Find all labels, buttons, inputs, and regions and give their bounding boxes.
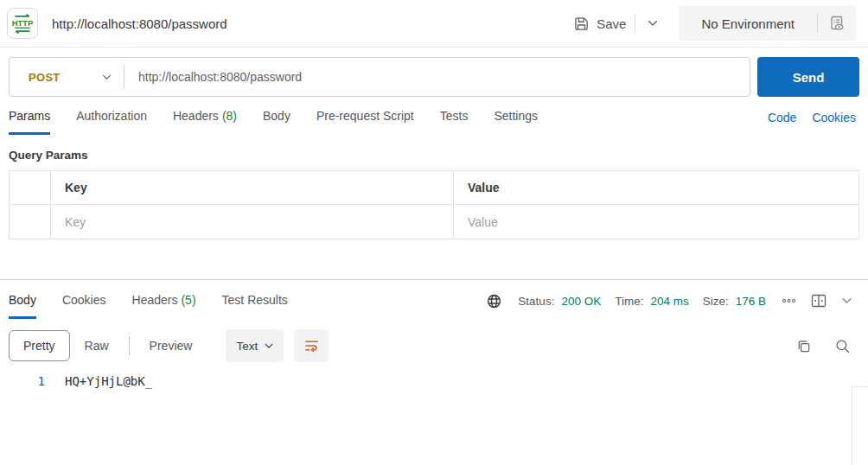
select-column-header [10, 171, 51, 205]
size-label: Size: [703, 295, 729, 308]
row-select-cell[interactable] [10, 205, 51, 239]
save-label: Save [597, 16, 626, 31]
tab-pre-request-script[interactable]: Pre-request Script [316, 109, 414, 135]
raw-view-button[interactable]: Raw [70, 330, 124, 361]
tab-tests[interactable]: Tests [440, 109, 469, 135]
wrap-text-icon[interactable] [294, 329, 329, 362]
tab-settings[interactable]: Settings [494, 109, 538, 135]
method-label: POST [29, 71, 61, 84]
preview-view-button[interactable]: Preview [135, 330, 207, 361]
save-button[interactable]: Save [565, 10, 635, 37]
svg-text:HTTP: HTTP [12, 19, 33, 28]
response-tab-test-results[interactable]: Test Results [222, 293, 288, 319]
response-tab-cookies[interactable]: Cookies [62, 293, 106, 319]
response-tabs-row: Body Cookies Headers(5) Test Results Sta… [9, 290, 856, 321]
chevron-down-icon [265, 343, 273, 349]
headers-count-badge: (8) [222, 109, 237, 123]
page-title: http://localhost:8080/password [52, 16, 227, 31]
tab-headers[interactable]: Headers(8) [173, 109, 237, 135]
response-toolbar: Pretty Raw Preview Text [9, 328, 856, 364]
save-icon [573, 16, 590, 32]
response-tab-headers[interactable]: Headers(5) [132, 293, 196, 319]
more-options-icon[interactable] [778, 296, 800, 305]
request-response-divider[interactable] [0, 279, 868, 280]
request-tabs: Params Authorization Headers(8) Body Pre… [9, 109, 856, 135]
value-column-header: Value [454, 171, 858, 205]
globe-icon [486, 293, 502, 309]
search-icon[interactable] [834, 338, 851, 354]
code-line: 1 HQ+YjHjL@bK_ [0, 374, 868, 388]
code-link[interactable]: Code [768, 111, 796, 124]
divider [129, 336, 130, 355]
url-input[interactable] [124, 70, 750, 84]
query-params-table: Key Value Key Value [9, 170, 859, 239]
value-input[interactable]: Value [454, 205, 858, 239]
key-column-header: Key [51, 171, 454, 205]
url-box: POST [9, 57, 750, 97]
time-label: Time: [615, 295, 643, 308]
tab-authorization[interactable]: Authorization [76, 109, 147, 135]
save-options-chevron-icon[interactable] [635, 13, 670, 34]
status-label: Status: [518, 295, 554, 308]
copy-icon[interactable] [795, 338, 812, 354]
line-number: 1 [0, 374, 45, 388]
header: HTTP http://localhost:8080/password Save… [0, 0, 868, 48]
response-body-text: HQ+YjHjL@bK_ [65, 374, 152, 388]
response-body-editor[interactable]: 1 HQ+YjHjL@bK_ [0, 374, 868, 465]
environment-selector[interactable]: No Environment [679, 6, 817, 41]
format-label: Text [236, 340, 258, 353]
method-selector[interactable]: POST [10, 71, 124, 84]
chevron-down-icon [102, 74, 112, 80]
editor-scrollbar-cap [852, 386, 868, 387]
format-selector[interactable]: Text [226, 329, 284, 362]
status-value: 200 OK [561, 295, 601, 308]
editor-scrollbar[interactable] [852, 386, 852, 465]
send-button[interactable]: Send [757, 57, 859, 97]
response-meta: Status: 200 OK Time: 204 ms Size: 176 B [486, 290, 856, 321]
environment-box: No Environment [679, 6, 856, 41]
query-params-title: Query Params [9, 149, 868, 162]
tab-params[interactable]: Params [9, 109, 50, 135]
time-value: 204 ms [650, 295, 688, 308]
response-headers-count-badge: (5) [181, 293, 195, 307]
http-logo-icon: HTTP [7, 8, 38, 39]
pretty-view-button[interactable]: Pretty [9, 330, 70, 361]
collapse-response-chevron-icon[interactable] [838, 296, 856, 306]
cookies-link[interactable]: Cookies [812, 111, 856, 124]
panel-layout-icon[interactable] [807, 290, 831, 311]
response-tab-body[interactable]: Body [9, 293, 36, 319]
request-bar: POST Send [9, 57, 859, 97]
size-value: 176 B [736, 295, 766, 308]
tab-body[interactable]: Body [263, 109, 290, 135]
key-input[interactable]: Key [51, 205, 454, 239]
environment-quick-look-icon[interactable] [818, 6, 856, 41]
